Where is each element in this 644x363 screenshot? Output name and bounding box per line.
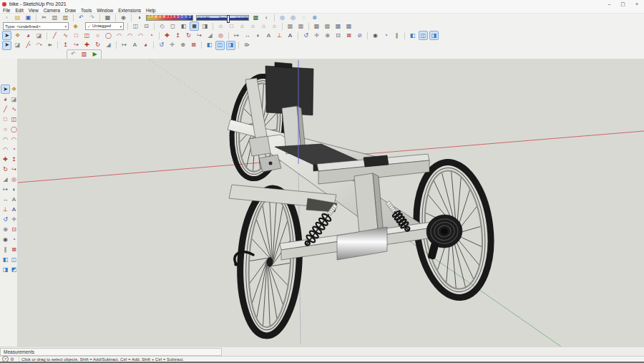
- zoom-tool[interactable]: ⊕: [323, 31, 332, 40]
- menu-item-window[interactable]: Window: [97, 8, 113, 13]
- style-4-icon[interactable]: ▩: [323, 21, 332, 31]
- shaded-icon[interactable]: ◧: [179, 21, 188, 31]
- rotate-tool[interactable]: ↻: [184, 31, 193, 40]
- text-tool[interactable]: A: [264, 31, 273, 40]
- tags-combo[interactable]: ✓ Untagged ▾: [85, 22, 124, 30]
- scale-tool[interactable]: ◢: [104, 41, 113, 50]
- cross-beam-dark-block[interactable]: [364, 155, 389, 167]
- shaded-with-textures-icon[interactable]: ◼: [190, 21, 199, 31]
- section-plane-tool[interactable]: ◧: [205, 41, 214, 50]
- model-info-icon[interactable]: ◉: [119, 13, 128, 22]
- classifier-combo[interactable]: Type: <undefined> ▾: [3, 22, 69, 30]
- menu-item-help[interactable]: Help: [146, 8, 155, 13]
- style-1-icon[interactable]: ▩: [286, 21, 295, 31]
- line-tool[interactable]: ╱▾: [24, 41, 33, 50]
- redo-icon[interactable]: ↷: [87, 13, 97, 22]
- style-5-icon[interactable]: ▩: [333, 21, 343, 31]
- rotated-rectangle-tool[interactable]: ◫: [82, 31, 92, 40]
- model-viewport[interactable]: [18, 59, 644, 347]
- zoom-extents-tool[interactable]: ⊠: [344, 31, 353, 40]
- position-camera-tool[interactable]: ◉: [371, 31, 380, 40]
- circle-tool[interactable]: ○: [93, 31, 102, 40]
- push-pull-tool[interactable]: ↥: [173, 31, 182, 40]
- eraser-tool[interactable]: ◪: [13, 41, 22, 50]
- section-cut-toggle[interactable]: ◨: [226, 41, 235, 50]
- text-tool[interactable]: A: [130, 41, 140, 50]
- arc-tool[interactable]: ◠▾: [34, 41, 44, 50]
- two-point-arc-tool[interactable]: ◠: [125, 31, 135, 40]
- eraser-tool[interactable]: ◪: [34, 31, 44, 40]
- time-slider-thumb[interactable]: [227, 15, 230, 23]
- menu-item-extensions[interactable]: Extensions: [118, 8, 141, 13]
- xray-icon[interactable]: ◫: [131, 21, 140, 31]
- measurements-box[interactable]: Measurements: [0, 348, 222, 356]
- select-tool[interactable]: ➤: [2, 41, 11, 50]
- print-icon[interactable]: ▦: [103, 13, 112, 22]
- menu-item-file[interactable]: File: [3, 8, 10, 13]
- move-tool[interactable]: ✚: [82, 41, 92, 50]
- follow-me-tool[interactable]: ↪: [72, 41, 81, 50]
- zoom-tool[interactable]: ⊕: [178, 41, 187, 50]
- previous-view-tool[interactable]: ⊘: [355, 31, 364, 40]
- arc-tool[interactable]: ◠: [114, 31, 124, 40]
- maximize-button[interactable]: ▢: [620, 1, 625, 7]
- style-circle-tool[interactable]: ⊗▾: [242, 41, 251, 50]
- plugin-undo-icon[interactable]: ↶: [69, 50, 78, 59]
- three-point-arc-tool[interactable]: ◠: [136, 31, 145, 40]
- protractor-tool[interactable]: ◖: [253, 31, 263, 40]
- back-edges-icon[interactable]: ⊡: [142, 21, 151, 31]
- minimize-button[interactable]: –: [608, 1, 610, 7]
- menu-item-draw[interactable]: Draw: [65, 8, 76, 13]
- make-component-tool[interactable]: ❖: [13, 31, 22, 40]
- pan-tool[interactable]: ✛: [312, 31, 321, 40]
- shapes-tool[interactable]: ●▾: [45, 41, 54, 50]
- top-view-icon[interactable]: □: [227, 21, 236, 31]
- shadow-time-slider[interactable]: 06:43 AM Noon 04:43 PM: [196, 15, 249, 21]
- push-pull-tool[interactable]: ↥: [61, 41, 70, 50]
- select-tool[interactable]: ➤: [2, 31, 11, 40]
- freehand-tool[interactable]: ∿: [61, 31, 70, 40]
- menu-item-edit[interactable]: Edit: [15, 8, 23, 13]
- back-view-icon[interactable]: ⌂: [259, 21, 268, 31]
- shadow-date-slider[interactable]: JFMAMJJASOND: [146, 15, 193, 21]
- axes-tool[interactable]: ⊥: [275, 31, 284, 40]
- walk-tool[interactable]: ∥: [392, 31, 401, 40]
- fork-block[interactable]: [249, 136, 270, 156]
- close-button[interactable]: ×: [635, 1, 638, 7]
- tape-measure-tool[interactable]: ↦: [232, 31, 241, 40]
- plugin-run-icon[interactable]: ▶: [90, 50, 99, 59]
- save-icon[interactable]: ▣: [24, 13, 33, 22]
- paint-bucket-tool[interactable]: ◕: [24, 31, 33, 40]
- line-tool[interactable]: ╱: [50, 31, 59, 40]
- section-cut-toggle[interactable]: ◨: [429, 31, 439, 40]
- section-plane-tool[interactable]: ◧: [408, 31, 417, 40]
- move-tool[interactable]: ✚: [162, 31, 172, 40]
- look-around-tool[interactable]: ◔: [381, 31, 391, 40]
- right-view-icon[interactable]: ⌂: [248, 21, 258, 31]
- paste-icon[interactable]: ▥: [61, 13, 70, 22]
- component-options-icon[interactable]: ◆: [71, 21, 80, 31]
- section-display-toggle[interactable]: ◫: [419, 31, 428, 40]
- geolocation-icon[interactable]: ⊕: [10, 357, 14, 362]
- wireframe-icon[interactable]: ◇: [157, 21, 167, 31]
- orbit-tool[interactable]: ↺: [301, 31, 311, 40]
- section-display-toggle[interactable]: ◫: [215, 41, 225, 50]
- zoom-extents-tool[interactable]: ⊠: [189, 41, 198, 50]
- hidden-line-icon[interactable]: ◻: [168, 21, 177, 31]
- follow-me-tool[interactable]: ↪: [195, 31, 204, 40]
- tape-measure-tool[interactable]: ↦: [119, 41, 129, 50]
- style-6-icon[interactable]: ▩: [344, 21, 353, 31]
- copy-icon[interactable]: ▧: [50, 13, 59, 22]
- polygon-tool[interactable]: ◯: [104, 31, 113, 40]
- rotate-tool[interactable]: ↻: [93, 41, 102, 50]
- menu-item-tools[interactable]: Tools: [81, 8, 92, 13]
- offset-tool[interactable]: ◎: [216, 31, 225, 40]
- orbit-tool[interactable]: ↺: [157, 41, 166, 50]
- pie-tool[interactable]: ◔: [147, 31, 156, 40]
- plugin-cylinder-icon[interactable]: ▥: [79, 50, 89, 59]
- 3d-text-tool[interactable]: A: [286, 31, 295, 40]
- iso-view-icon[interactable]: ⌂: [216, 21, 225, 31]
- left-view-icon[interactable]: ⌂: [270, 21, 279, 31]
- style-3-icon[interactable]: ▩: [312, 21, 321, 31]
- open-icon[interactable]: ▤: [13, 13, 22, 22]
